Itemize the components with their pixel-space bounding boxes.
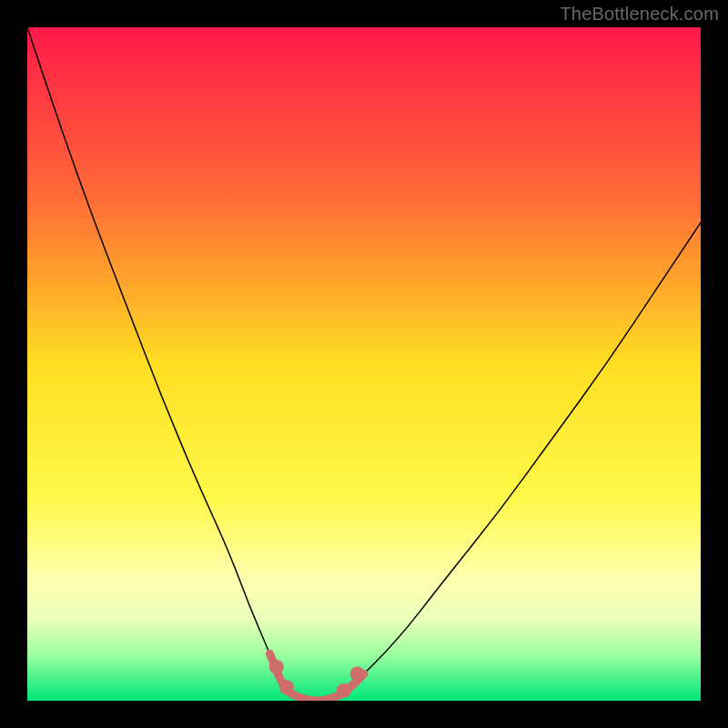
valley-marker-3	[350, 666, 365, 681]
valley-marker-0	[269, 660, 284, 674]
gradient-background	[27, 27, 701, 701]
valley-marker-1	[279, 680, 294, 694]
attribution-label: TheBottleneck.com	[560, 4, 719, 25]
valley-marker-2	[337, 683, 351, 698]
chart-svg	[27, 27, 701, 701]
plot-area	[27, 27, 701, 701]
chart-container: TheBottleneck.com	[0, 0, 728, 728]
